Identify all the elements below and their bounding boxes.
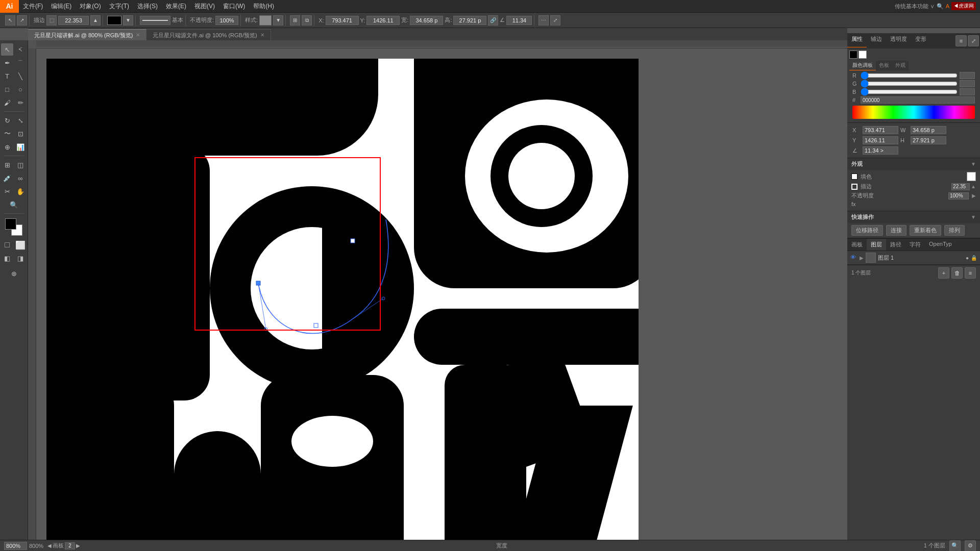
pencil-tool[interactable]: ✏ bbox=[14, 96, 27, 109]
tab-2-close[interactable]: ✕ bbox=[260, 30, 264, 41]
pen-tool[interactable]: ✒ bbox=[1, 57, 13, 69]
hex-input[interactable] bbox=[861, 96, 975, 104]
menu-select[interactable]: 选择(S) bbox=[133, 0, 162, 13]
page-input[interactable] bbox=[65, 542, 75, 549]
color-gradient-strip[interactable] bbox=[852, 106, 975, 119]
layers-tab-path[interactable]: 路径 bbox=[886, 239, 905, 251]
add-tools-btn[interactable]: ⊕ bbox=[8, 267, 20, 280]
join-btn[interactable]: 连接 bbox=[886, 225, 906, 236]
stroke-value-input[interactable] bbox=[951, 183, 970, 190]
color-tab-appearance[interactable]: 外观 bbox=[892, 61, 909, 70]
r-value-input[interactable] bbox=[960, 72, 975, 79]
layers-tab-layers[interactable]: 图层 bbox=[867, 239, 886, 251]
graph-tool[interactable]: 📊 bbox=[14, 141, 27, 153]
quick-actions-header[interactable]: 快速操作 ▼ bbox=[847, 211, 980, 223]
eyedropper-tool[interactable]: 💉 bbox=[1, 172, 13, 184]
pathfinder-btn[interactable]: ⧉ bbox=[302, 15, 312, 26]
stroke-width-input[interactable] bbox=[58, 16, 89, 25]
style-arrow[interactable]: ▼ bbox=[273, 15, 283, 26]
right-tab-transform[interactable]: 变形 bbox=[911, 34, 930, 47]
menu-type[interactable]: 文字(T) bbox=[105, 0, 133, 13]
x-coord-input[interactable] bbox=[863, 126, 898, 134]
curvature-tool[interactable]: ⌒ bbox=[14, 57, 27, 69]
color-tab-color[interactable]: 颜色调板 bbox=[849, 61, 876, 70]
opacity-arrow[interactable]: ▶ bbox=[972, 193, 976, 198]
layer-options-btn[interactable]: ≡ bbox=[965, 267, 976, 279]
delete-layer-btn[interactable]: 🗑 bbox=[951, 267, 963, 279]
new-layer-btn[interactable]: + bbox=[938, 267, 949, 279]
gradient-tool[interactable]: ◫ bbox=[14, 159, 27, 171]
opacity-value-input[interactable] bbox=[948, 192, 969, 199]
layer-lock-icon[interactable]: 🔒 bbox=[971, 255, 977, 261]
layer-arrow[interactable]: ▶ bbox=[860, 255, 864, 261]
recolor-btn[interactable]: 重新着色 bbox=[910, 225, 941, 236]
b-slider[interactable] bbox=[861, 90, 958, 94]
gradient-fill-btn[interactable]: ⬜ bbox=[14, 239, 27, 251]
menu-object[interactable]: 对象(O) bbox=[76, 0, 105, 13]
constrain-btn[interactable]: 🔗 bbox=[488, 15, 498, 26]
w-input[interactable] bbox=[410, 16, 443, 25]
menu-file[interactable]: 文件(F) bbox=[19, 0, 47, 13]
layers-tab-char[interactable]: 字符 bbox=[905, 239, 925, 251]
tab-1[interactable]: 元旦星只端讲解.ai @ 800% (RGB/预览) ✕ bbox=[28, 29, 146, 40]
fill-swatch-fg[interactable] bbox=[849, 51, 857, 59]
layer-row-1[interactable]: 👁 ▶ 图层 1 ● 🔒 bbox=[847, 251, 980, 265]
scissors-tool[interactable]: ✂ bbox=[1, 185, 13, 197]
tab-2[interactable]: 元旦星只端源文件.ai @ 100% (RGB/预览) ✕ bbox=[146, 29, 271, 40]
fill-none-btn[interactable]: □ bbox=[1, 239, 13, 251]
prev-page-btn[interactable]: ◀ bbox=[47, 543, 52, 548]
color-tab-swatches[interactable]: 色板 bbox=[876, 61, 892, 70]
y-coord-input[interactable] bbox=[863, 136, 898, 144]
zoom-input[interactable] bbox=[4, 542, 27, 550]
style-swatch[interactable] bbox=[259, 15, 272, 26]
right-tab-stroke[interactable]: 辅边 bbox=[867, 34, 886, 47]
scale-tool[interactable]: ⤡ bbox=[14, 114, 27, 127]
fill-icon[interactable] bbox=[851, 173, 857, 180]
status-settings-btn[interactable]: ⚙ bbox=[965, 540, 976, 552]
warp-tool[interactable]: 〜 bbox=[1, 128, 13, 140]
right-tab-properties[interactable]: 属性 bbox=[847, 34, 867, 47]
blend-tool[interactable]: ∞ bbox=[14, 172, 27, 184]
b-value-input[interactable] bbox=[960, 88, 975, 95]
direct-select-tool[interactable]: ↖̈ bbox=[14, 43, 27, 56]
align-btn[interactable]: ⊞ bbox=[290, 15, 300, 26]
color-arrow-btn[interactable]: ▼ bbox=[123, 15, 133, 26]
line-tool[interactable]: ╲ bbox=[14, 70, 27, 82]
arrange-btn[interactable]: 排列 bbox=[944, 225, 965, 236]
y-input[interactable] bbox=[366, 16, 400, 25]
angle-coord-input[interactable] bbox=[863, 146, 898, 155]
more-options-btn[interactable]: ⋯ bbox=[538, 15, 549, 26]
status-search-btn[interactable]: 🔍 bbox=[949, 540, 961, 552]
selection-tool[interactable]: ↖ bbox=[1, 43, 13, 56]
stroke-up-btn[interactable]: ▲ bbox=[90, 15, 101, 26]
layers-tab-artboard[interactable]: 画板 bbox=[847, 239, 867, 251]
panel-expand-btn[interactable]: ⤢ bbox=[968, 35, 979, 46]
menu-view[interactable]: 视图(V) bbox=[190, 0, 219, 13]
rectangle-tool[interactable]: □ bbox=[1, 83, 13, 95]
right-tab-transparency[interactable]: 透明度 bbox=[886, 34, 911, 47]
fill-swatch-bg[interactable] bbox=[859, 51, 867, 59]
opacity-input[interactable] bbox=[215, 16, 238, 25]
menu-window[interactable]: 窗口(W) bbox=[219, 0, 249, 13]
stroke-icon[interactable] bbox=[851, 184, 857, 190]
menu-effect[interactable]: 效果(E) bbox=[162, 0, 190, 13]
g-slider[interactable] bbox=[861, 82, 958, 86]
mesh-tool[interactable]: ⊞ bbox=[1, 159, 13, 171]
fg-color-box[interactable] bbox=[5, 218, 16, 230]
canvas-area[interactable] bbox=[36, 48, 847, 540]
w-coord-input[interactable] bbox=[911, 126, 946, 134]
zoom-tool[interactable]: 🔍 bbox=[8, 198, 20, 211]
arrange-btn[interactable]: ⤢ bbox=[550, 15, 560, 26]
stroke-preview[interactable] bbox=[140, 16, 170, 25]
menu-edit[interactable]: 编辑(E) bbox=[47, 0, 76, 13]
fill-color-swatch[interactable] bbox=[107, 16, 121, 25]
mode-icon[interactable]: ⬚ bbox=[46, 15, 57, 26]
panel-menu-btn[interactable]: ≡ bbox=[955, 35, 967, 46]
paint-brush-tool[interactable]: 🖌 bbox=[1, 96, 13, 109]
symbol-sprayer-tool[interactable]: ⊕ bbox=[1, 141, 13, 153]
r-slider[interactable] bbox=[861, 73, 958, 78]
offset-path-btn[interactable]: 位移路径 bbox=[851, 225, 883, 236]
hand-tool[interactable]: ✋ bbox=[14, 185, 27, 197]
stroke-up-icon[interactable]: ▲ bbox=[971, 184, 976, 189]
rotate-tool[interactable]: ↻ bbox=[1, 114, 13, 127]
